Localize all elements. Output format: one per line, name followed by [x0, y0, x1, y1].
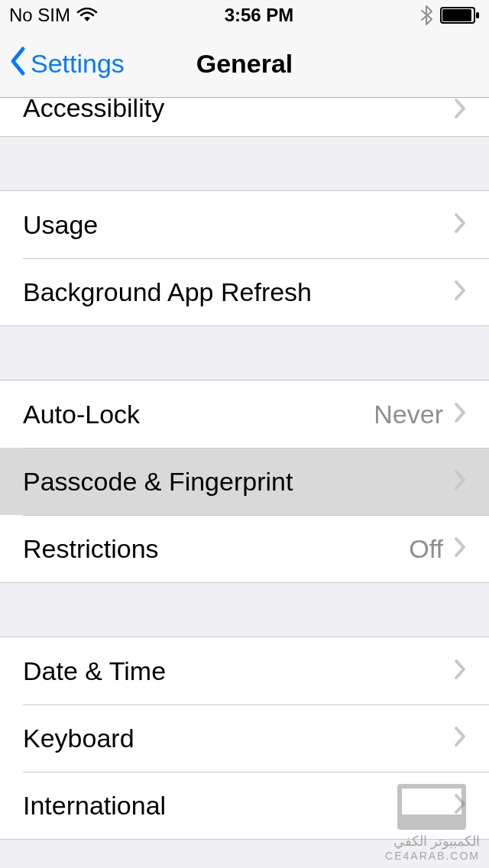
chevron-right-icon [454, 212, 466, 237]
carrier-text: No SIM [9, 5, 70, 26]
content: Accessibility Usage Background App Refre… [0, 98, 489, 840]
status-bar: No SIM 3:56 PM [0, 0, 489, 31]
chevron-right-icon [454, 659, 466, 683]
watermark-en: CE4ARAB.COM [385, 850, 480, 862]
section-gap [0, 583, 489, 636]
row-background-app-refresh[interactable]: Background App Refresh [0, 258, 489, 326]
row-accessibility[interactable]: Accessibility [0, 98, 489, 136]
chevron-right-icon [454, 469, 466, 494]
chevron-right-icon [454, 536, 466, 561]
chevron-right-icon [454, 280, 466, 304]
watermark-ar: الكمبيوتر الكفي [385, 833, 480, 850]
section-gap [0, 137, 489, 190]
chevron-right-icon [454, 726, 466, 750]
row-label: Date & Time [23, 656, 454, 686]
row-label: Keyboard [23, 724, 454, 753]
status-left: No SIM [9, 5, 98, 26]
row-keyboard[interactable]: Keyboard [0, 704, 489, 772]
battery-icon [440, 7, 480, 24]
status-time: 3:56 PM [225, 5, 294, 26]
back-label: Settings [31, 49, 125, 79]
row-label: Restrictions [23, 534, 409, 564]
status-right [420, 5, 480, 25]
row-label: Passcode & Fingerprint [23, 467, 454, 497]
row-passcode-fingerprint[interactable]: Passcode & Fingerprint [0, 448, 489, 515]
section-gap [0, 326, 489, 380]
row-label: Auto-Lock [23, 400, 374, 429]
row-date-time[interactable]: Date & Time [0, 637, 489, 704]
row-restrictions[interactable]: Restrictions Off [0, 515, 489, 582]
row-label: Accessibility [23, 98, 454, 121]
row-auto-lock[interactable]: Auto-Lock Never [0, 381, 489, 448]
svg-rect-2 [476, 12, 479, 18]
watermark-logo [397, 784, 466, 830]
row-label: International [23, 791, 454, 821]
watermark: الكمبيوتر الكفي CE4ARAB.COM [385, 833, 480, 862]
back-button[interactable]: Settings [9, 46, 125, 83]
row-usage[interactable]: Usage [0, 191, 489, 258]
chevron-right-icon [454, 402, 466, 426]
chevron-right-icon [454, 98, 466, 122]
chevron-left-icon [9, 46, 28, 83]
row-value: Never [374, 400, 443, 429]
svg-rect-1 [442, 9, 471, 21]
row-label: Background App Refresh [23, 277, 454, 307]
bluetooth-icon [420, 5, 432, 25]
nav-bar: Settings General [0, 31, 489, 98]
section-usage: Usage Background App Refresh [0, 190, 489, 326]
section-security: Auto-Lock Never Passcode & Fingerprint R… [0, 380, 489, 583]
row-label: Usage [23, 210, 454, 240]
row-value: Off [409, 534, 443, 564]
wifi-icon [76, 8, 98, 23]
section-accessibility: Accessibility [0, 98, 489, 137]
